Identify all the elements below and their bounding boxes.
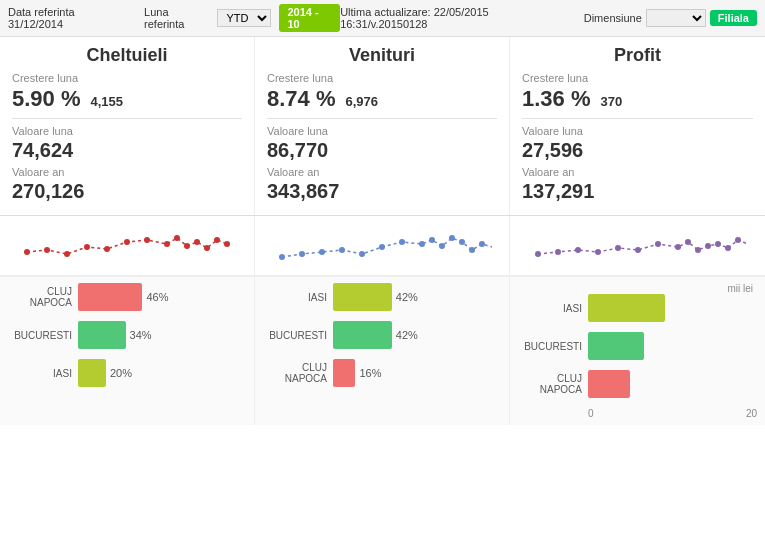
bar-label: BUCURESTI <box>518 341 588 352</box>
bar-label: BUCURESTI <box>263 330 333 341</box>
bar-label: CLUJ NAPOCA <box>263 362 333 384</box>
svg-point-7 <box>164 241 170 247</box>
period-select[interactable]: YTD MTD <box>217 9 271 27</box>
bar <box>78 283 142 311</box>
bar-row: IASI20% <box>8 359 246 387</box>
cheltuieli-title: Cheltuieli <box>12 45 242 66</box>
venituri-growth-pct: 8.74 % <box>267 86 336 112</box>
bar-wrap: 16% <box>333 359 501 387</box>
cheltuieli-growth-abs: 4,155 <box>91 94 124 109</box>
bar-pct: 34% <box>130 329 152 341</box>
bar <box>333 321 392 349</box>
svg-point-25 <box>459 239 465 245</box>
bar-row: IASI42% <box>263 283 501 311</box>
svg-point-24 <box>449 235 455 241</box>
bar-row: BUCURESTI <box>518 332 757 360</box>
svg-point-26 <box>469 247 475 253</box>
bar <box>333 359 355 387</box>
period-badge: 2014 - 10 <box>279 4 340 32</box>
bar-row: CLUJ NAPOCA <box>518 370 757 398</box>
svg-point-13 <box>224 241 230 247</box>
svg-point-31 <box>595 249 601 255</box>
bar <box>588 370 630 398</box>
venituri-valoare-luna-label: Valoare luna <box>267 125 497 137</box>
bar-row: BUCURESTI34% <box>8 321 246 349</box>
bar <box>333 283 392 311</box>
bar-label: IASI <box>263 292 333 303</box>
profit-crestere-label: Crestere luna <box>522 72 753 84</box>
bar <box>78 359 106 387</box>
data-referinta-label: Data referinta 31/12/2014 <box>8 6 128 30</box>
bar-wrap <box>588 294 757 322</box>
bar-row: BUCURESTI42% <box>263 321 501 349</box>
svg-point-11 <box>204 245 210 251</box>
bar-wrap: 42% <box>333 321 501 349</box>
bar-label: BUCURESTI <box>8 330 78 341</box>
venituri-crestere-label: Crestere luna <box>267 72 497 84</box>
venituri-valoare-an-label: Valoare an <box>267 166 497 178</box>
cheltuieli-valoare-luna-label: Valoare luna <box>12 125 242 137</box>
svg-point-28 <box>535 251 541 257</box>
venituri-growth-abs: 6,976 <box>346 94 379 109</box>
svg-point-14 <box>279 254 285 260</box>
svg-point-9 <box>184 243 190 249</box>
bar-pct: 16% <box>359 367 381 379</box>
bar-label: CLUJ NAPOCA <box>518 373 588 395</box>
bar-label: CLUJ NAPOCA <box>8 286 78 308</box>
svg-point-35 <box>675 244 681 250</box>
svg-point-27 <box>479 241 485 247</box>
sparkline-profit <box>510 216 765 275</box>
svg-point-19 <box>379 244 385 250</box>
axis-max: 20 <box>746 408 757 419</box>
svg-point-8 <box>174 235 180 241</box>
chart-cheltuieli: CLUJ NAPOCA46%BUCURESTI34%IASI20% <box>0 277 255 425</box>
cheltuieli-crestere-label: Crestere luna <box>12 72 242 84</box>
dimensiune-select[interactable] <box>646 9 706 27</box>
cheltuieli-valoare-an: 270,126 <box>12 180 242 203</box>
venituri-valoare-an: 343,867 <box>267 180 497 203</box>
svg-point-4 <box>104 246 110 252</box>
svg-point-38 <box>705 243 711 249</box>
chart-profit: mii lei IASIBUCURESTICLUJ NAPOCA020 <box>510 277 765 425</box>
bar-wrap: 46% <box>78 283 246 311</box>
svg-point-2 <box>64 251 70 257</box>
svg-point-1 <box>44 247 50 253</box>
svg-point-10 <box>194 239 200 245</box>
axis-labels: 020 <box>518 408 757 419</box>
svg-point-6 <box>144 237 150 243</box>
bar-label: IASI <box>8 368 78 379</box>
svg-point-40 <box>725 245 731 251</box>
header-bar: Data referinta 31/12/2014 Luna referinta… <box>0 0 765 37</box>
bar-row: IASI <box>518 294 757 322</box>
svg-point-37 <box>695 247 701 253</box>
profit-growth-abs: 370 <box>601 94 623 109</box>
kpi-cheltuieli: Cheltuieli Crestere luna 5.90 % 4,155 Va… <box>0 37 255 215</box>
chart-venituri: IASI42%BUCURESTI42%CLUJ NAPOCA16% <box>255 277 510 425</box>
svg-point-34 <box>655 241 661 247</box>
sparkline-cheltuieli <box>0 216 255 275</box>
profit-valoare-luna-label: Valoare luna <box>522 125 753 137</box>
svg-point-36 <box>685 239 691 245</box>
bar-wrap: 42% <box>333 283 501 311</box>
svg-point-12 <box>214 237 220 243</box>
profit-growth-pct: 1.36 % <box>522 86 591 112</box>
svg-point-16 <box>319 249 325 255</box>
profit-title: Profit <box>522 45 753 66</box>
dimensiune-label: Dimensiune <box>584 12 642 24</box>
bar-pct: 42% <box>396 291 418 303</box>
sparkline-venituri <box>255 216 510 275</box>
svg-point-32 <box>615 245 621 251</box>
svg-point-0 <box>24 249 30 255</box>
svg-point-18 <box>359 251 365 257</box>
bar-pct: 20% <box>110 367 132 379</box>
bar-pct: 42% <box>396 329 418 341</box>
cheltuieli-valoare-luna: 74,624 <box>12 139 242 162</box>
bar <box>78 321 126 349</box>
svg-point-39 <box>715 241 721 247</box>
cheltuieli-valoare-an-label: Valoare an <box>12 166 242 178</box>
svg-point-5 <box>124 239 130 245</box>
profit-valoare-an-label: Valoare an <box>522 166 753 178</box>
bar-row: CLUJ NAPOCA46% <box>8 283 246 311</box>
bar-wrap: 34% <box>78 321 246 349</box>
bar-pct: 46% <box>146 291 168 303</box>
